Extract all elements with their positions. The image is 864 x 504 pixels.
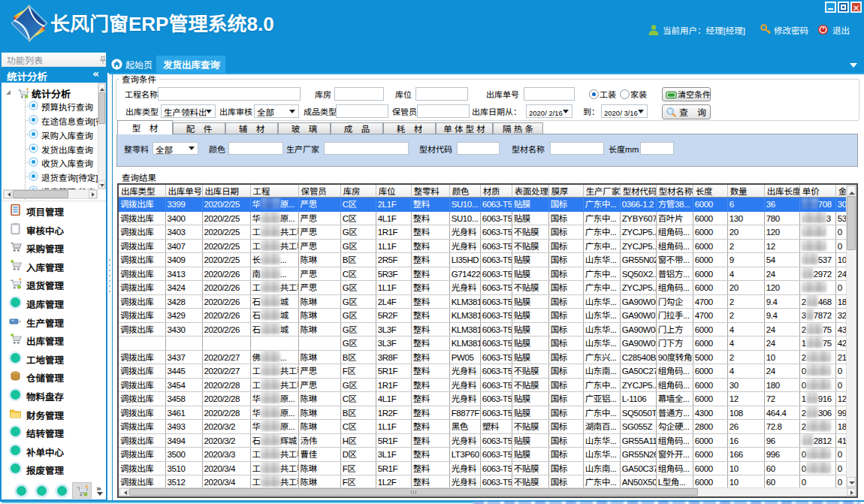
sidebar-module-退库管理[interactable]: 退库管理 [2, 293, 106, 312]
tab-list-dropdown-icon[interactable] [850, 63, 857, 71]
scrollbar-thumb[interactable] [847, 196, 856, 250]
grid-row[interactable]: 调拨出库34372020/2/27佛...陈琳B区3R8F整料PW056063-… [119, 350, 856, 364]
sidebar-module-结转管理[interactable]: 结转管理 [2, 422, 106, 441]
dropdown-icon[interactable] [289, 110, 295, 116]
sidebar-module-工地管理[interactable]: 工地管理 [2, 349, 106, 367]
column-header[interactable]: 表面处理 [512, 185, 548, 198]
grid-row[interactable]: 调拨出库34582020/2/28华原...陈琳C区4L1F整料光身料6063-… [119, 392, 856, 406]
grid-vertical-scrollbar[interactable] [846, 185, 856, 487]
type-tab-成品[interactable]: 成 品 [331, 122, 383, 134]
tab-start-page[interactable]: 起始页 [110, 56, 156, 73]
date-to-picker[interactable]: 2020/ 3/16 [601, 104, 648, 118]
grid-row[interactable]: 调拨出库34092020/2/25长...陈琳B区2R5F整料LI35HD606… [119, 253, 856, 267]
clear-conditions-button[interactable]: 清空条件 [662, 87, 711, 101]
grid-row[interactable]: 调拨出库34302020/2/26石城陈琳G区3L3F整料KLM38176063… [119, 322, 856, 337]
sidebar-module-仓储管理[interactable]: 仓储管理 [2, 367, 106, 385]
sidebar-module-财务管理[interactable]: 财务管理 [2, 404, 106, 423]
type-tab-玻璃[interactable]: 玻 璃 [278, 122, 331, 134]
tree-expander-icon[interactable] [6, 90, 11, 95]
radio-work-wear[interactable] [589, 89, 599, 99]
grid-row[interactable]: 调拨出库34002020/2/25华原...严思C区4L1F整料SU10...6… [119, 211, 856, 225]
tree-item[interactable]: 收货入库查询 [2, 155, 98, 170]
sidebar-module-补单中心[interactable]: 补单中心 [2, 441, 106, 460]
product-type-input[interactable] [336, 104, 388, 118]
dropdown-icon[interactable] [189, 146, 195, 153]
sidebar-module-采购管理[interactable]: 采购管理 [2, 237, 106, 256]
teal-dot-icon[interactable] [37, 486, 47, 496]
tree-horizontal-scrollbar[interactable] [3, 189, 98, 199]
grid-row[interactable]: 调拨出库34542020/2/28工共工程严思G区1R1F整料光身料6063-T… [119, 378, 856, 392]
tab-shipping-out-query[interactable]: 发货出库查询 ✕ [156, 56, 225, 73]
scrollbar-arrow-button[interactable] [98, 180, 105, 189]
column-header[interactable]: 保管员 [298, 185, 340, 198]
out-type-combobox[interactable]: 生产领料出库 [161, 104, 216, 118]
grid-row[interactable]: 调拨出库34032020/2/25工共工程严思G区1R1F整料光身料6063-T… [119, 225, 856, 240]
whole-piece-combobox[interactable]: 全部 [153, 142, 198, 155]
location-input[interactable] [415, 87, 468, 101]
column-header[interactable]: 出库类型 [119, 185, 165, 198]
sidebar-module-报废管理[interactable]: 报废管理 [2, 459, 106, 478]
scrollbar-arrow-button[interactable] [847, 477, 856, 487]
project-name-input[interactable] [158, 87, 301, 101]
dropdown-icon[interactable] [206, 110, 212, 116]
grid-row[interactable]: 调拨出库35102020/3/4工共工程陈琳F区5R1F整料光身料6063-T5… [119, 461, 856, 475]
column-header[interactable]: 出库单号 [165, 185, 202, 198]
column-header[interactable]: 出库日期 [202, 185, 250, 198]
column-header[interactable]: 型材名称 [656, 185, 693, 198]
close-button[interactable]: ✕ [850, 2, 862, 13]
scrollbar-arrow-button[interactable] [119, 488, 128, 496]
maximize-button[interactable] [838, 2, 849, 13]
dropdown-icon[interactable] [638, 110, 644, 116]
tree-item[interactable]: 预算执行查询 [2, 99, 98, 113]
tree-vertical-scrollbar[interactable] [98, 83, 106, 189]
warehouse-input[interactable] [334, 87, 384, 101]
column-header[interactable]: 库房 [340, 185, 376, 198]
grid-row[interactable]: G区3L3F整料KLM38176063-T5贴膜国标山东华...GA90W09.… [119, 337, 856, 351]
overflow-dropdown-icon[interactable] [97, 492, 103, 499]
column-header[interactable]: 库位 [376, 185, 411, 198]
column-header[interactable]: 材质 [480, 185, 512, 198]
sidebar-splitter[interactable] [107, 74, 113, 500]
date-from-picker[interactable]: 2020/ 2/16 [526, 104, 572, 118]
grid-row[interactable]: 调拨出库34612020/2/28华原...陈琳B区1R2F整料F8877FT6… [119, 406, 856, 420]
grid-row[interactable]: 调拨出库34292020/2/26石城陈琳G区5R2F整料KLM38176063… [119, 309, 856, 323]
column-header[interactable]: 膜厚 [548, 185, 583, 198]
sidebar-module-物料盘存[interactable]: 物料盘存 [2, 385, 106, 404]
type-tab-耗材[interactable]: 耗 材 [383, 122, 436, 134]
teal-dot-icon[interactable] [17, 486, 26, 496]
tab-close-icon[interactable]: ✕ [215, 56, 222, 73]
sidebar-module-退货管理[interactable]: 退货管理 [2, 274, 106, 293]
tree-item[interactable]: 退货查询[待定] [2, 170, 98, 184]
sidebar-module-审核中心[interactable]: 审核中心 [2, 219, 106, 238]
scrollbar-thumb[interactable] [13, 190, 68, 198]
collapse-icon[interactable]: « [92, 68, 99, 80]
type-tab-单体型材[interactable]: 单 体 型 材 [436, 122, 493, 134]
sidebar-module-生产管理[interactable]: 生产管理 [2, 312, 106, 330]
scrollbar-arrow-button[interactable] [98, 83, 105, 92]
grid-row[interactable]: 调拨出库35002020/3/3工共工程曹佳D区3L1F整料LT3P606063… [119, 448, 856, 462]
sidebar-module-项目管理[interactable]: 项目管理 [2, 201, 106, 219]
column-header[interactable]: 整零料 [411, 185, 449, 198]
profile-name-input[interactable] [550, 142, 604, 155]
cart-overflow-button[interactable] [72, 482, 92, 499]
column-header[interactable]: 出库长度 [764, 185, 799, 198]
length-input[interactable] [640, 142, 674, 155]
sidebar-module-出库管理[interactable]: 出库管理 [2, 330, 106, 349]
grid-row[interactable]: 调拨出库34132020/2/26南...严思C区5R3F整料G71422606… [119, 267, 856, 281]
change-password-link[interactable]: 修改密码 [774, 23, 808, 37]
sidebar-module-入库管理[interactable]: 入库管理 [2, 256, 106, 275]
audit-combobox[interactable]: 全部 [254, 104, 299, 118]
grid-row[interactable]: 调拨出库34452020/2/27工共工程严思F区5R1F整料光身料6063-T… [119, 364, 856, 379]
column-header[interactable]: 型材代码 [620, 185, 656, 198]
tree-item[interactable]: 发货出库查询 [2, 142, 98, 156]
keeper-input[interactable] [417, 104, 470, 118]
sidebar-group-header[interactable]: 统计分析 « [2, 67, 106, 83]
type-tab-配件[interactable]: 配 件 [173, 122, 225, 134]
column-header[interactable]: 长度 [693, 185, 727, 198]
scrollbar-arrow-button[interactable] [847, 186, 856, 195]
type-tab-型材[interactable]: 型 材 [117, 120, 173, 134]
scrollbar-arrow-button[interactable] [89, 190, 97, 198]
color-input[interactable] [228, 142, 283, 155]
column-header[interactable]: 数量 [727, 185, 764, 198]
tree-item[interactable]: 在途信息查询[待 [2, 113, 98, 128]
